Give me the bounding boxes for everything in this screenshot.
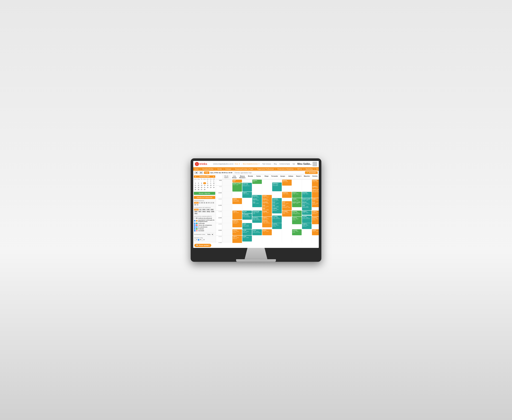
cal-day[interactable] xyxy=(206,188,209,191)
status-finalizado-check[interactable] xyxy=(194,228,195,230)
selecao-button[interactable]: Seleção de Profissionais xyxy=(194,196,215,199)
appt-marcela-diego[interactable]: MARCELA 9:30 - 11:00 corta-cabelo xyxy=(272,182,282,191)
cal-day[interactable]: 14 xyxy=(203,184,206,186)
tamanho-p[interactable] xyxy=(194,239,196,241)
fechamento-select[interactable]: Todos xyxy=(206,233,214,236)
fila-cell[interactable] xyxy=(222,179,232,186)
appt-maria-carina[interactable]: MARIA 14:00 - 15:00 xyxy=(262,229,272,235)
cat-CA[interactable]: CA xyxy=(199,209,202,210)
appt-carla2-ju[interactable]: CARLA 18:00 - 19:30 Manicure xyxy=(233,236,242,243)
cal-day[interactable]: 28 xyxy=(203,188,206,191)
cat-todas[interactable]: Todas xyxy=(194,209,199,210)
cal-day[interactable]: 11 xyxy=(194,184,197,186)
appt-mariaclara-ju[interactable]: MARIA CLARA 9:30 - 11:00 xyxy=(233,183,242,192)
cal-day[interactable]: 15 xyxy=(206,184,209,186)
cat-BAN[interactable]: BAN xyxy=(202,209,206,210)
appt-leticia-jacque[interactable]: LETÍCIA 14:45 - 16:00 Escova xyxy=(292,217,302,224)
appt-isabela-ju[interactable]: ISABELA 14:45 - 16:00 Depilação xyxy=(233,220,242,227)
status-confirmado-check[interactable] xyxy=(194,223,195,224)
blog-link[interactable]: Blog xyxy=(274,163,277,165)
fila-cell[interactable] xyxy=(222,192,232,198)
cal-day[interactable]: 4 xyxy=(194,182,197,184)
tag-F[interactable]: F xyxy=(208,202,210,204)
cal-day[interactable]: 24 xyxy=(212,187,215,188)
fale-link[interactable]: Fale Conosco xyxy=(262,163,271,165)
fila-cell[interactable] xyxy=(222,236,232,242)
appt-leticia-karyn[interactable]: LETÍCIA 14:45 - 16:00 Escova xyxy=(312,217,319,224)
cat-SOB[interactable]: SOB xyxy=(211,211,215,212)
appt-luiza-bianca[interactable]: LUIZA 16:00 - 17:00 Sobrancelhas xyxy=(242,223,252,229)
appt-clarisse-bianca[interactable]: CLARISSE 14:30 - 15:30 Escova de Argan xyxy=(242,214,252,220)
appt-paula-jacque[interactable]: PAULA 11:00 - 12:00 xyxy=(292,192,302,198)
appt-thiane-juliana[interactable]: THIANE 14:45 - 16:00 Corte com Escova de… xyxy=(302,216,311,223)
appt-babi-fernando[interactable]: BABI 13:00 - 14:00 Depilação + Sobrancel… xyxy=(282,204,292,210)
col-diego[interactable]: MARCELA 9:30 - 11:00 corta-cabelo CLÁUDI… xyxy=(272,179,282,243)
cal-day[interactable]: 20 xyxy=(200,187,203,188)
buscar-button[interactable]: Buscar e Agendar xyxy=(194,192,215,195)
cat-TRA[interactable]: TRA xyxy=(194,213,198,214)
appt-camila-diego[interactable]: CAMILA 13:00 - 14:00 Manicure xyxy=(272,207,282,213)
fila-cell[interactable] xyxy=(222,217,232,223)
fila-cell[interactable] xyxy=(222,186,232,192)
cal-day[interactable]: 22 xyxy=(206,187,209,188)
cat-DEP[interactable]: DEP xyxy=(194,211,198,212)
fila-cell[interactable] xyxy=(222,223,232,229)
appt-jessica-carina[interactable]: JESSICA 14:45 - 16:00 Corte com Escova d… xyxy=(262,220,272,227)
cal-day[interactable]: 25 xyxy=(194,188,197,191)
nav-marketing[interactable]: Marketing xyxy=(304,167,314,171)
cal-day[interactable]: 2 xyxy=(209,180,212,182)
next-button[interactable]: ► xyxy=(199,171,203,174)
help-bubble[interactable]: 💬 Posso ajudar? xyxy=(194,244,211,247)
appt-biomar-jacque[interactable]: BIOMAR 14:00 - 15:00 Coloração essencial xyxy=(292,210,302,217)
cal-day[interactable]: 10 xyxy=(212,182,215,184)
cat-MAO[interactable]: MAO xyxy=(202,211,206,212)
cal-day[interactable]: 12 xyxy=(197,184,200,186)
status-cancelado-check[interactable] xyxy=(194,230,195,232)
cal-day[interactable]: 17 xyxy=(212,184,215,186)
fila-cell[interactable] xyxy=(222,242,232,243)
cal-day[interactable]: 18 xyxy=(194,187,197,188)
tag-K[interactable]: K xyxy=(212,202,214,204)
tag-D[interactable]: D xyxy=(206,202,208,204)
appt-lucana-jacque[interactable]: LUCANA 17:00 - 18:00 Luzes xyxy=(292,229,302,235)
appt-clarise-diego[interactable]: CLARISE 14:45 - 16:00 Corte com Escova d… xyxy=(272,216,282,223)
appt-joana-ju[interactable]: JOANA 12:00 - 13:00 Sobrancelhas xyxy=(233,198,242,204)
today-button[interactable]: Hoje xyxy=(204,171,209,174)
tag-1[interactable]: 1 xyxy=(199,202,201,204)
nav-financeiro[interactable]: Financeiro e Relatórios xyxy=(276,167,295,171)
cal-day[interactable]: 1 xyxy=(206,180,209,182)
cal-day[interactable]: 16 xyxy=(209,184,212,186)
appt-carla-bianca[interactable]: CARLA 11:00 - 12:00 xyxy=(242,192,252,198)
nav-fidelidade[interactable]: Fidelidade xyxy=(315,167,319,171)
tamanho-m[interactable] xyxy=(198,239,200,241)
cat-MAQ[interactable]: MAQ xyxy=(206,211,210,212)
tag-C[interactable]: C xyxy=(203,202,205,204)
col-fernando[interactable]: BRIONA 9:00 - 10:00 PATRICIA 11:00 - 12:… xyxy=(282,179,292,243)
tag-V[interactable]: V xyxy=(197,204,199,206)
prev-button[interactable]: ◄ xyxy=(194,171,198,174)
fila-cell[interactable] xyxy=(222,210,232,217)
search-input[interactable] xyxy=(233,171,304,174)
appt-carla-ju[interactable]: CARLA 14:00 - 16:00 xyxy=(233,210,242,219)
appt-leticia-diego[interactable]: LETÍCIA 14:45 - 16:00 Escova xyxy=(272,223,282,229)
nav-venda[interactable]: Venda xyxy=(216,167,223,171)
appt-cristina-bianca[interactable]: CRISTINA 9:30 - 11:00 Depilação com cera xyxy=(242,183,252,192)
nav-nfs[interactable]: NFS-e xyxy=(296,167,303,171)
appt-narun-brenda[interactable]: NARUN... 9:00 - xyxy=(252,180,262,184)
tag-J[interactable]: J xyxy=(210,202,212,204)
appt-rafaela-brenda[interactable]: RAFAELA 15:00 - 16:00 Corte com Escova d… xyxy=(252,217,262,223)
nav-despesas[interactable]: Despesas/Contas a Pagar xyxy=(234,167,255,171)
cal-day[interactable]: 8 xyxy=(206,182,209,184)
cal-prev[interactable]: ◄ xyxy=(195,176,196,177)
cal-day[interactable] xyxy=(200,180,203,182)
fila-cell[interactable] xyxy=(222,198,232,204)
tag-B[interactable]: B xyxy=(201,202,203,204)
appt-cabla-jacque[interactable]: MARIA CLARA 12:00 - 13:00 xyxy=(292,201,302,207)
nav-pagamento[interactable]: Pagamento Profissional xyxy=(256,167,275,171)
notifications-button[interactable]: 🔔 Novidades xyxy=(305,171,318,174)
appt-tais-brenda[interactable]: TAIS 12:00 - 13:00 xyxy=(252,201,262,207)
cal-day[interactable] xyxy=(209,188,212,191)
appt-julia-brenda[interactable]: JÚLIA 17:00 - 18:00 Corte com Escova de … xyxy=(252,229,262,235)
cal-day[interactable] xyxy=(212,188,215,191)
tag-M[interactable]: M xyxy=(194,204,196,206)
